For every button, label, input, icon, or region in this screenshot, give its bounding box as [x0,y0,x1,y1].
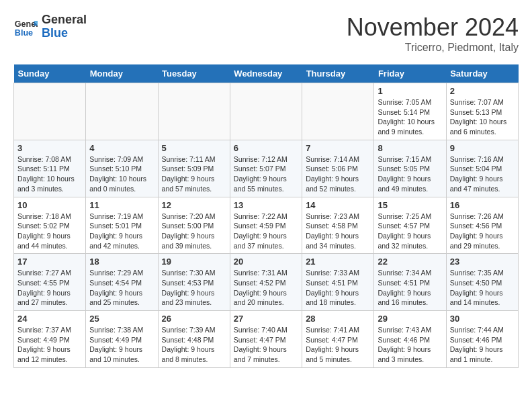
week-row-3: 17Sunrise: 7:27 AM Sunset: 4:55 PM Dayli… [14,254,519,311]
day-info: Sunrise: 7:14 AM Sunset: 5:06 PM Dayligh… [306,154,370,194]
logo-text: General Blue [42,13,87,40]
day-number: 23 [450,257,515,267]
calendar-cell: 10Sunrise: 7:18 AM Sunset: 5:02 PM Dayli… [14,197,86,254]
day-number: 19 [162,257,226,267]
day-info: Sunrise: 7:43 AM Sunset: 4:46 PM Dayligh… [378,325,442,365]
week-row-1: 3Sunrise: 7:08 AM Sunset: 5:11 PM Daylig… [14,140,519,197]
calendar-cell [158,83,230,140]
calendar-cell: 7Sunrise: 7:14 AM Sunset: 5:06 PM Daylig… [302,140,374,197]
day-number: 13 [234,200,298,210]
calendar-cell: 24Sunrise: 7:37 AM Sunset: 4:49 PM Dayli… [14,311,86,368]
calendar-cell: 4Sunrise: 7:09 AM Sunset: 5:10 PM Daylig… [86,140,158,197]
day-info: Sunrise: 7:26 AM Sunset: 4:56 PM Dayligh… [450,212,515,251]
calendar-cell [230,83,302,140]
day-number: 30 [450,314,515,324]
calendar-cell: 11Sunrise: 7:19 AM Sunset: 5:01 PM Dayli… [86,197,158,254]
day-number: 20 [234,257,298,267]
day-info: Sunrise: 7:27 AM Sunset: 4:55 PM Dayligh… [17,268,82,308]
calendar-cell: 14Sunrise: 7:23 AM Sunset: 4:58 PM Dayli… [302,197,374,254]
day-info: Sunrise: 7:12 AM Sunset: 5:07 PM Dayligh… [234,154,298,194]
day-info: Sunrise: 7:29 AM Sunset: 4:54 PM Dayligh… [89,268,154,308]
calendar-cell: 28Sunrise: 7:41 AM Sunset: 4:47 PM Dayli… [302,311,374,368]
calendar-header-row: SundayMondayTuesdayWednesdayThursdayFrid… [14,64,519,83]
calendar-cell: 1Sunrise: 7:05 AM Sunset: 5:14 PM Daylig… [374,83,446,140]
col-header-friday: Friday [374,64,446,83]
day-info: Sunrise: 7:33 AM Sunset: 4:51 PM Dayligh… [306,268,370,308]
page-header: General Blue General Blue November 2024 … [13,13,519,54]
calendar-cell: 21Sunrise: 7:33 AM Sunset: 4:51 PM Dayli… [302,254,374,311]
col-header-thursday: Thursday [302,64,374,83]
day-info: Sunrise: 7:30 AM Sunset: 4:53 PM Dayligh… [162,268,226,308]
day-info: Sunrise: 7:34 AM Sunset: 4:51 PM Dayligh… [378,268,442,308]
day-info: Sunrise: 7:40 AM Sunset: 4:47 PM Dayligh… [234,325,298,365]
day-number: 3 [17,143,82,153]
day-info: Sunrise: 7:25 AM Sunset: 4:57 PM Dayligh… [378,212,442,251]
calendar-cell: 2Sunrise: 7:07 AM Sunset: 5:13 PM Daylig… [446,83,518,140]
col-header-sunday: Sunday [14,64,86,83]
day-info: Sunrise: 7:07 AM Sunset: 5:13 PM Dayligh… [450,97,515,137]
col-header-tuesday: Tuesday [158,64,230,83]
week-row-2: 10Sunrise: 7:18 AM Sunset: 5:02 PM Dayli… [14,197,519,254]
location-subtitle: Tricerro, Piedmont, Italy [347,42,519,54]
col-header-monday: Monday [86,64,158,83]
day-info: Sunrise: 7:37 AM Sunset: 4:49 PM Dayligh… [17,325,82,365]
calendar-cell: 29Sunrise: 7:43 AM Sunset: 4:46 PM Dayli… [374,311,446,368]
day-number: 1 [378,86,442,96]
day-number: 10 [17,200,82,210]
svg-text:Blue: Blue [15,28,33,37]
col-header-saturday: Saturday [446,64,518,83]
day-info: Sunrise: 7:31 AM Sunset: 4:52 PM Dayligh… [234,268,298,308]
day-number: 24 [17,314,82,324]
day-number: 9 [450,143,515,153]
calendar-cell: 15Sunrise: 7:25 AM Sunset: 4:57 PM Dayli… [374,197,446,254]
day-number: 8 [378,143,442,153]
day-info: Sunrise: 7:44 AM Sunset: 4:46 PM Dayligh… [450,325,515,365]
week-row-4: 24Sunrise: 7:37 AM Sunset: 4:49 PM Dayli… [14,311,519,368]
calendar-cell: 26Sunrise: 7:39 AM Sunset: 4:48 PM Dayli… [158,311,230,368]
day-info: Sunrise: 7:18 AM Sunset: 5:02 PM Dayligh… [17,212,82,251]
calendar-cell: 5Sunrise: 7:11 AM Sunset: 5:09 PM Daylig… [158,140,230,197]
calendar-cell: 8Sunrise: 7:15 AM Sunset: 5:05 PM Daylig… [374,140,446,197]
calendar-cell: 25Sunrise: 7:38 AM Sunset: 4:49 PM Dayli… [86,311,158,368]
calendar-cell: 9Sunrise: 7:16 AM Sunset: 5:04 PM Daylig… [446,140,518,197]
day-info: Sunrise: 7:41 AM Sunset: 4:47 PM Dayligh… [306,325,370,365]
logo-icon: General Blue [13,15,38,39]
calendar-cell: 23Sunrise: 7:35 AM Sunset: 4:50 PM Dayli… [446,254,518,311]
calendar-cell [86,83,158,140]
day-info: Sunrise: 7:09 AM Sunset: 5:10 PM Dayligh… [89,154,154,194]
day-info: Sunrise: 7:08 AM Sunset: 5:11 PM Dayligh… [17,154,82,194]
day-number: 6 [234,143,298,153]
day-number: 4 [89,143,154,153]
day-number: 22 [378,257,442,267]
calendar-cell: 17Sunrise: 7:27 AM Sunset: 4:55 PM Dayli… [14,254,86,311]
calendar-cell: 30Sunrise: 7:44 AM Sunset: 4:46 PM Dayli… [446,311,518,368]
calendar-cell: 16Sunrise: 7:26 AM Sunset: 4:56 PM Dayli… [446,197,518,254]
day-info: Sunrise: 7:39 AM Sunset: 4:48 PM Dayligh… [162,325,226,365]
day-number: 18 [89,257,154,267]
day-number: 27 [234,314,298,324]
day-number: 29 [378,314,442,324]
calendar-cell: 22Sunrise: 7:34 AM Sunset: 4:51 PM Dayli… [374,254,446,311]
calendar-cell: 20Sunrise: 7:31 AM Sunset: 4:52 PM Dayli… [230,254,302,311]
month-title: November 2024 [347,13,519,42]
calendar-table: SundayMondayTuesdayWednesdayThursdayFrid… [13,64,519,368]
week-row-0: 1Sunrise: 7:05 AM Sunset: 5:14 PM Daylig… [14,83,519,140]
calendar-cell: 12Sunrise: 7:20 AM Sunset: 5:00 PM Dayli… [158,197,230,254]
day-info: Sunrise: 7:16 AM Sunset: 5:04 PM Dayligh… [450,154,515,194]
day-number: 15 [378,200,442,210]
day-number: 12 [162,200,226,210]
calendar-cell: 18Sunrise: 7:29 AM Sunset: 4:54 PM Dayli… [86,254,158,311]
calendar-cell: 27Sunrise: 7:40 AM Sunset: 4:47 PM Dayli… [230,311,302,368]
day-number: 21 [306,257,370,267]
day-number: 14 [306,200,370,210]
day-number: 7 [306,143,370,153]
day-info: Sunrise: 7:35 AM Sunset: 4:50 PM Dayligh… [450,268,515,308]
day-number: 25 [89,314,154,324]
title-block: November 2024 Tricerro, Piedmont, Italy [347,13,519,54]
day-info: Sunrise: 7:11 AM Sunset: 5:09 PM Dayligh… [162,154,226,194]
logo: General Blue General Blue [13,13,87,40]
day-info: Sunrise: 7:23 AM Sunset: 4:58 PM Dayligh… [306,212,370,251]
day-info: Sunrise: 7:38 AM Sunset: 4:49 PM Dayligh… [89,325,154,365]
day-number: 17 [17,257,82,267]
day-number: 16 [450,200,515,210]
